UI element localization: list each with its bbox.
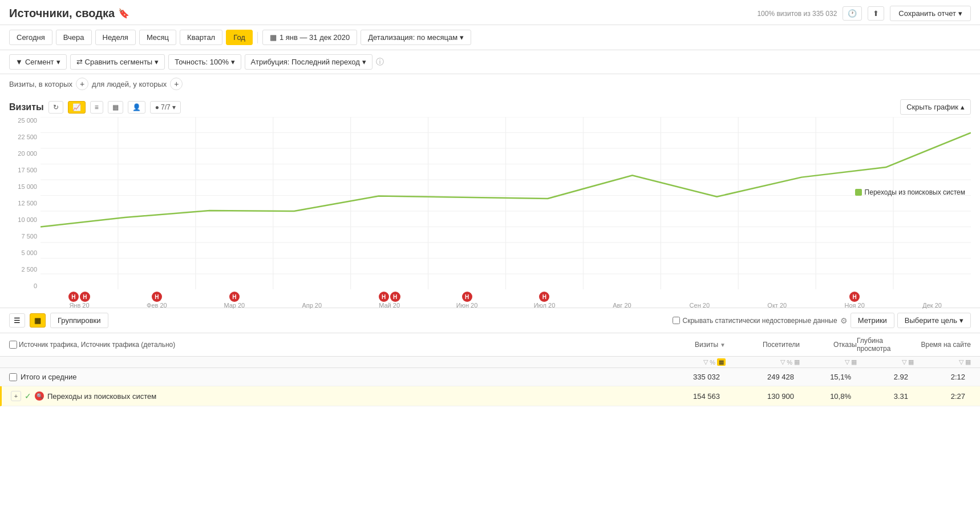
conditions-text: Визиты, в которых: [9, 80, 72, 88]
chart-inner: [41, 117, 971, 289]
metrics-badge-button[interactable]: ● 7/7 ▾: [150, 101, 181, 114]
time-col-header[interactable]: Время на сайте: [914, 337, 971, 353]
goal-text: Выберите цель: [905, 316, 957, 325]
x-label-group-8: Сен 20: [661, 292, 738, 309]
percent-sub-icon[interactable]: %: [710, 359, 715, 366]
settings-gear-button[interactable]: ⚙: [840, 316, 848, 325]
header-right: 100% визитов из 335 032 🕐 ⬆ Сохранить от…: [757, 6, 971, 21]
x-label-group-4: ННМай 20: [351, 292, 428, 309]
period-today[interactable]: Сегодня: [9, 30, 52, 45]
attribution-button[interactable]: Атрибуция: Последний переход ▾: [245, 54, 372, 70]
line-chart-button[interactable]: 📈: [68, 101, 86, 114]
x-label-10: Ноя 20: [845, 302, 865, 309]
bar-visitors-icon[interactable]: ▦: [794, 358, 800, 366]
x-label-4: Май 20: [379, 302, 400, 309]
chevron-down-icon: ▾: [56, 58, 60, 66]
total-label-text: Итого и средние: [21, 373, 76, 381]
filter-sub-icon[interactable]: ▽: [703, 358, 708, 366]
save-report-button[interactable]: Сохранить отчет ▾: [890, 6, 971, 21]
bookmark-icon[interactable]: 🔖: [118, 8, 129, 19]
bar-depth-icon[interactable]: ▦: [908, 358, 914, 366]
x-label-group-5: НИюн 20: [428, 292, 506, 309]
time-label: Время на сайте: [921, 341, 971, 349]
bar-bounces-icon[interactable]: ▦: [851, 358, 857, 366]
hide-chart-button[interactable]: Скрыть график ▴: [900, 99, 971, 115]
bar-chart-button[interactable]: ▦: [108, 101, 123, 114]
search-visits-value: 154 563: [651, 392, 726, 401]
y-axis: 25 000 22 500 20 000 17 500 15 000 12 50…: [9, 117, 41, 305]
n-marker-10-0[interactable]: Н: [849, 292, 860, 302]
dim-label: Источник трафика, Источник трафика (дета…: [19, 341, 175, 349]
hide-chart-text: Скрыть график: [906, 103, 958, 111]
filter-time-icon[interactable]: ▽: [959, 358, 963, 366]
goal-button[interactable]: Выберите цель ▾: [897, 313, 971, 328]
x-label-group-7: Авг 20: [583, 292, 661, 309]
hide-stat-checkbox[interactable]: [673, 317, 680, 324]
n-marker-0-0[interactable]: Н: [68, 292, 79, 302]
add-people-condition-button[interactable]: +: [170, 78, 183, 90]
area-chart-button[interactable]: ≡: [90, 101, 103, 114]
chevron-down-icon: ▾: [155, 58, 159, 66]
page-title: Источники, сводка 🔖: [9, 7, 129, 20]
filter-bounces-icon[interactable]: ▽: [845, 358, 849, 366]
accuracy-button[interactable]: Точность: 100% ▾: [168, 54, 241, 70]
filter-bar: ▼ Сегмент ▾ ⇄ Сравнить сегменты ▾ Точнос…: [0, 50, 980, 74]
date-range-button[interactable]: ▦ 1 янв — 31 дек 2020: [262, 30, 357, 45]
refresh-chart-button[interactable]: ↻: [48, 101, 63, 114]
n-marker-4-0[interactable]: Н: [379, 292, 389, 302]
visitors-col-header[interactable]: Посетители: [726, 337, 800, 353]
n-marker-0-1[interactable]: Н: [80, 292, 90, 302]
add-visit-condition-button[interactable]: +: [76, 78, 88, 90]
detail-button[interactable]: Детализация: по месяцам ▾: [361, 30, 471, 45]
percent-visitors-icon[interactable]: %: [787, 359, 792, 366]
filter-depth-icon[interactable]: ▽: [902, 358, 906, 366]
visits-col-header[interactable]: Визиты ▼: [651, 337, 726, 353]
expand-search-button[interactable]: +: [11, 391, 21, 401]
depth-col-header[interactable]: Глубина просмотра: [857, 337, 914, 353]
compare-segments-button[interactable]: ⇄ Сравнить сегменты ▾: [70, 54, 165, 70]
attr-text: Атрибуция: Последний переход: [251, 58, 360, 66]
y-label-17500: 17 500: [9, 167, 41, 173]
total-row: Итого и средние 335 032 249 428 15,1% 2.…: [0, 368, 980, 386]
bar-sub-icon[interactable]: ▦: [717, 358, 726, 366]
select-all-checkbox[interactable]: [9, 341, 17, 349]
dim-sub: [9, 358, 651, 366]
info-icon[interactable]: ⓘ: [376, 57, 384, 67]
markers-group-6: Н: [539, 292, 549, 302]
bounces-col-header[interactable]: Отказы: [800, 337, 857, 353]
bar-time-icon[interactable]: ▦: [965, 358, 971, 366]
y-label-2500: 2 500: [9, 266, 41, 273]
segment-button[interactable]: ▼ Сегмент ▾: [9, 54, 67, 70]
total-visitors-value: 249 428: [726, 373, 800, 381]
n-marker-6-0[interactable]: Н: [539, 292, 549, 302]
chevron-down-icon: ▾: [362, 58, 366, 66]
n-marker-1-0[interactable]: Н: [152, 292, 162, 302]
table-bar-view-button[interactable]: ▦: [30, 313, 46, 328]
n-marker-2-0[interactable]: Н: [229, 292, 240, 302]
groupings-button[interactable]: Группировки: [50, 313, 108, 328]
total-checkbox[interactable]: [9, 373, 17, 381]
clock-button[interactable]: 🕐: [843, 6, 862, 21]
period-month[interactable]: Месяц: [139, 30, 176, 45]
export-button[interactable]: ⬆: [868, 6, 884, 21]
period-week[interactable]: Неделя: [95, 30, 136, 45]
n-marker-4-1[interactable]: Н: [390, 292, 400, 302]
x-label-group-3: Апр 20: [273, 292, 351, 309]
table-list-view-button[interactable]: ☰: [9, 313, 25, 328]
n-marker-5-0[interactable]: Н: [462, 292, 472, 302]
chart-title: Визиты: [9, 102, 44, 112]
users-chart-button[interactable]: 👤: [128, 101, 145, 114]
x-label-0: Янв 20: [69, 302, 89, 309]
dot-icon: ●: [155, 103, 159, 111]
y-label-15000: 15 000: [9, 183, 41, 190]
period-year[interactable]: Год: [226, 30, 253, 45]
filter-visitors-icon[interactable]: ▽: [780, 358, 785, 366]
period-yesterday[interactable]: Вчера: [56, 30, 92, 45]
metrics-button[interactable]: Метрики: [851, 313, 894, 328]
header-bar: Источники, сводка 🔖 100% визитов из 335 …: [0, 0, 980, 25]
bounces-sub-tools: ▽ ▦: [800, 358, 857, 366]
markers-group-1: Н: [152, 292, 162, 302]
hide-stat-label[interactable]: Скрывать статистически недостоверные дан…: [673, 317, 837, 325]
period-quarter[interactable]: Квартал: [180, 30, 222, 45]
x-label-11: Дек 20: [922, 302, 942, 309]
